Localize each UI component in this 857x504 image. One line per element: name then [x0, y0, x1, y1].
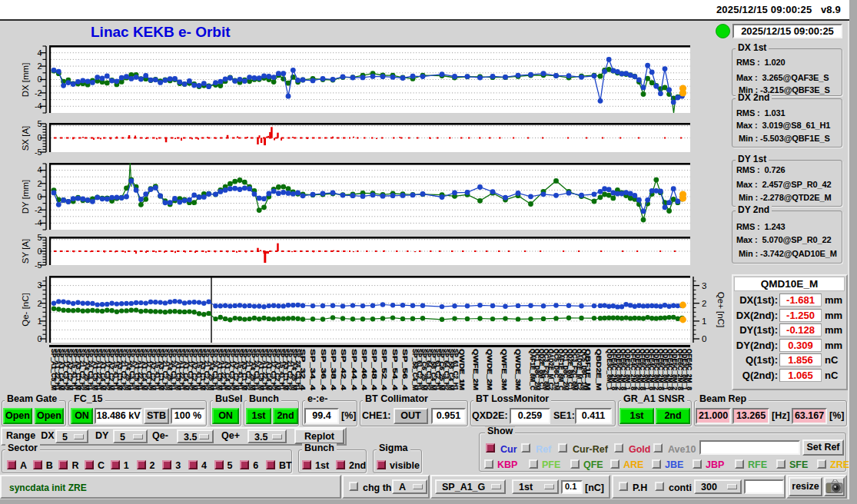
- svg-text:DY [mm]: DY [mm]: [21, 180, 30, 214]
- svg-text:SP_46_4: SP_46_4: [360, 349, 368, 391]
- svg-text:-5: -5: [35, 260, 42, 270]
- svg-text:3: 3: [702, 281, 706, 290]
- svg-text:0: 0: [37, 75, 42, 84]
- svg-text:SP_38_4: SP_38_4: [330, 349, 337, 391]
- svg-text:0: 0: [37, 133, 42, 142]
- svg-text:SX [A]: SX [A]: [21, 126, 30, 151]
- svg-text:Qe- [nC]: Qe- [nC]: [21, 293, 30, 326]
- svg-text:0: 0: [37, 247, 42, 256]
- svg-text:QWDE_3M: QWDE_3M: [514, 349, 522, 390]
- svg-text:SP_56_4: SP_56_4: [401, 349, 409, 391]
- svg-text:2: 2: [37, 299, 42, 308]
- svg-text:0: 0: [702, 334, 706, 343]
- svg-text:-2: -2: [35, 88, 42, 98]
- svg-text:SP_36_4: SP_36_4: [320, 349, 327, 391]
- svg-text:1: 1: [702, 317, 706, 326]
- svg-text:-4: -4: [35, 101, 42, 111]
- svg-text:QBF1E_M: QBF1E_M: [584, 349, 592, 390]
- svg-text:QFE4C_2M_8: QFE4C_2M_8: [686, 349, 693, 390]
- svg-text:SP_52_4: SP_52_4: [380, 349, 388, 391]
- svg-text:-2: -2: [35, 205, 42, 214]
- svg-text:4: 4: [37, 165, 42, 174]
- svg-text:4: 4: [37, 48, 42, 58]
- svg-text:QWDE_1M: QWDE_1M: [458, 349, 466, 390]
- svg-text:QWFE_3M: QWFE_3M: [500, 349, 508, 390]
- svg-text:QWDE_2M: QWDE_2M: [486, 349, 493, 390]
- svg-text:0: 0: [37, 192, 42, 201]
- svg-text:-5: -5: [35, 148, 42, 157]
- svg-text:QBD2E_M: QBD2E_M: [595, 349, 603, 390]
- svg-text:2: 2: [37, 179, 42, 188]
- svg-text:-4: -4: [35, 218, 42, 227]
- svg-text:SP_54_4: SP_54_4: [391, 349, 399, 391]
- svg-text:5: 5: [37, 119, 42, 128]
- svg-text:2: 2: [702, 299, 706, 308]
- svg-text:1: 1: [37, 317, 42, 326]
- svg-text:SP_48_4: SP_48_4: [370, 349, 378, 391]
- svg-text:DX [mm]: DX [mm]: [21, 63, 30, 98]
- svg-text:2: 2: [37, 61, 42, 71]
- svg-text:SP_42_4: SP_42_4: [340, 349, 347, 391]
- svg-text:SP_44_4: SP_44_4: [350, 349, 358, 391]
- svg-text:0: 0: [37, 334, 42, 343]
- svg-text:SP_32_4: SP_32_4: [299, 349, 307, 391]
- svg-text:3: 3: [37, 280, 42, 290]
- svg-text:QWFE_2M: QWFE_2M: [472, 349, 480, 390]
- svg-text:SP_34_4: SP_34_4: [309, 349, 317, 391]
- svg-text:Qe+ [nC]: Qe+ [nC]: [716, 292, 726, 327]
- svg-text:5: 5: [37, 233, 42, 242]
- svg-text:SY [A]: SY [A]: [21, 239, 30, 264]
